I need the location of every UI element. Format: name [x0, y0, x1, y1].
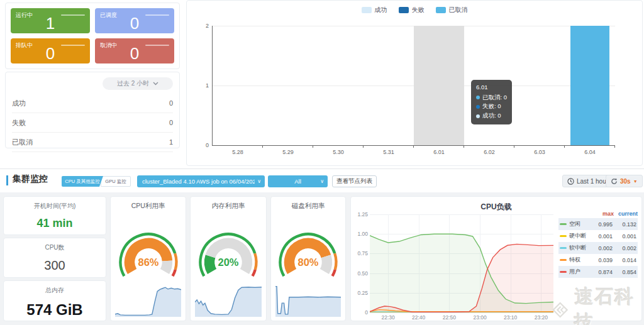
legend-swatch [399, 7, 409, 13]
gauge-value: 80% [298, 256, 319, 268]
legend-line-swatch [560, 271, 567, 273]
gauge-sparkline [115, 284, 181, 317]
stat-tile-value: 0 [11, 44, 90, 63]
legend-series-name[interactable]: 软中断 [560, 244, 591, 252]
refresh-icon [611, 178, 618, 185]
summary-row-label: 已取消 [12, 138, 33, 147]
legend-series-label: 软中断 [569, 244, 586, 252]
summary-row-value: 0 [169, 99, 173, 107]
x-axis-label: 6.01 [414, 149, 464, 155]
x-axis-tick [363, 145, 364, 148]
summary-row: 失败0 [12, 113, 173, 133]
x-axis-tick [262, 145, 263, 148]
toggle-gpu-tab[interactable]: GPU 监控 [101, 176, 131, 187]
tooltip-row: 成功: 0 [476, 111, 507, 121]
legend-item[interactable]: 成功 [362, 6, 387, 14]
cpu-load-chart-card: CPU负载 00.250.500.751.001.2522:3022:4022:… [350, 196, 642, 321]
gauge-card-disk-utilization: 磁盘利用率80% [270, 196, 346, 321]
y-axis-label: 0 [195, 142, 209, 148]
node-filter-value: All [294, 178, 301, 185]
gauge-title: 内存利用率 [191, 202, 266, 211]
legend-series-name[interactable]: 硬中断 [560, 232, 591, 240]
gauge-title: 磁盘利用率 [271, 202, 345, 211]
toggle-cpu-tab[interactable]: CPU 及其他监控 [62, 176, 103, 187]
legend-current-value: 0.002 [613, 245, 636, 251]
section-title: 集群监控 [13, 174, 48, 185]
kpi-value: 41 min [4, 217, 106, 230]
legend-line-swatch [560, 235, 567, 237]
kpi-value: 574 GiB [4, 301, 106, 319]
summary-row: 成功0 [12, 94, 173, 113]
time-range-label: 过去 2 小时 [117, 79, 149, 88]
x-axis-label: 23:00 [469, 314, 491, 321]
kpi-title: CPU数 [4, 243, 106, 252]
kpi-title: 开机时间(平均) [4, 202, 106, 211]
stat-tile: 运行中1 [11, 8, 90, 33]
legend-row: 硬中断0.0010.001 [558, 230, 638, 242]
gauge-card-cpu-utilization: CPU利用率86% [110, 196, 186, 321]
legend-current-value: 0.854 [613, 269, 636, 275]
cpu-load-legend: max current 空闲0.9950.132硬中断0.0010.001软中断… [558, 211, 638, 278]
legend-header-current: current [614, 211, 638, 217]
x-axis-tick [564, 145, 565, 148]
summary-row-value: 1 [169, 138, 173, 146]
y-axis-label: 2 [195, 23, 209, 29]
legend-rows: 空闲0.9950.132硬中断0.0010.001软中断0.0020.002特权… [558, 218, 638, 278]
legend-max-value: 0.039 [591, 257, 613, 263]
dashboard-page: { "app": { "watermark": "速石科技" }, "top_l… [0, 0, 644, 325]
jobs-chart-tooltip: 6.01 已取消: 0 失败: 0 成功: 0 [471, 80, 512, 124]
x-axis-tick [413, 145, 414, 148]
caret-down-icon: ▼ [633, 179, 638, 184]
tooltip-row-text: 失败: 0 [482, 102, 501, 111]
tooltip-row-text: 成功: 0 [482, 111, 501, 121]
legend-item[interactable]: 已取消 [436, 6, 468, 14]
stat-tile-value: 0 [95, 14, 174, 33]
x-axis-tick [614, 145, 615, 148]
x-axis-label: 5.29 [263, 149, 313, 155]
chevron-down-icon: ∨ [257, 179, 261, 184]
y-axis-label: 0.50 [353, 270, 368, 277]
legend-row: 空闲0.9950.132 [558, 218, 638, 230]
job-count-card: 过去 2 小时 成功0失败0已取消1 [5, 72, 180, 148]
legend-series-label: 特权 [569, 256, 580, 264]
legend-row: 软中断0.0020.002 [558, 242, 638, 254]
view-nodes-button[interactable]: 查看节点列表 [332, 175, 377, 187]
legend-current-value: 0.014 [613, 257, 636, 263]
tooltip-row: 已取消: 0 [476, 93, 507, 102]
kpi-card-total-memory: 总内存 574 GiB [3, 280, 106, 321]
bar-已取消[interactable] [570, 26, 609, 145]
y-axis-label: 1 [195, 82, 209, 89]
legend-series-name[interactable]: 空闲 [560, 220, 591, 228]
gauge-card-memory-utilization: 内存利用率20% [190, 196, 267, 321]
stat-tile: 取消中0 [95, 38, 174, 63]
legend-series-label: 用户 [569, 268, 580, 276]
legend-max-value: 0.995 [591, 221, 613, 228]
clock-icon [567, 178, 574, 185]
x-axis-label: 22:50 [438, 314, 460, 321]
stat-tile-value: 0 [95, 44, 174, 63]
node-filter-select[interactable]: All ∨ [268, 175, 328, 187]
summary-row: 已取消1 [12, 133, 173, 152]
cpu-gpu-toggle[interactable]: CPU 及其他监控 GPU 监控 [62, 176, 131, 187]
kpi-card-cpu-count: CPU数 300 [3, 238, 106, 278]
x-axis-label: 23:20 [530, 314, 552, 321]
legend-header-row: max current [558, 211, 638, 217]
chevron-down-icon: ∨ [320, 179, 324, 184]
chevron-down-icon [153, 82, 158, 85]
cluster-select-value: cluster_Bladed 4.10 AWS job on 06/04/202… [142, 178, 255, 185]
refresh-button[interactable]: 30s ▼ [606, 175, 643, 187]
y-axis-label: 1.00 [353, 231, 368, 237]
legend-series-name[interactable]: 用户 [560, 268, 591, 276]
jobs-history-chart-card: 成功失败已取消 0125.285.295.305.316.016.026.036… [186, 0, 643, 166]
cluster-select[interactable]: cluster_Bladed 4.10 AWS job on 06/04/202… [137, 175, 265, 187]
time-range-select[interactable]: 过去 2 小时 [103, 77, 173, 90]
x-axis-label: 5.31 [364, 149, 414, 155]
legend-item[interactable]: 失败 [399, 6, 425, 14]
legend-series-name[interactable]: 特权 [560, 256, 591, 264]
legend-label: 失败 [412, 6, 425, 14]
x-axis-label: 5.30 [313, 149, 364, 155]
stat-tile: 已调度0 [95, 8, 174, 33]
job-count-list: 成功0失败0已取消1 [12, 94, 173, 152]
x-axis-label: 22:30 [377, 314, 399, 321]
legend-current-value: 0.001 [613, 233, 636, 240]
